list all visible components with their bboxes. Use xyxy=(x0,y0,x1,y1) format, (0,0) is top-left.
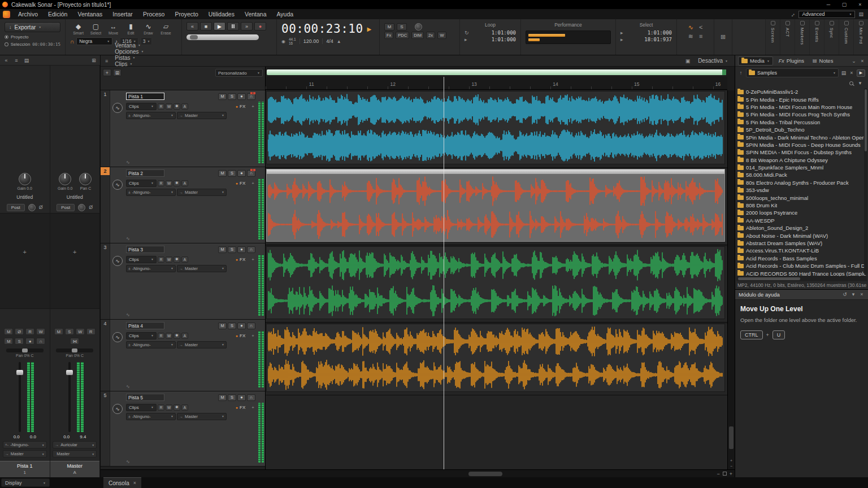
solo-button[interactable]: S xyxy=(228,170,236,177)
menu-proyecto[interactable]: Proyecto xyxy=(170,11,203,18)
track-name-field[interactable]: Pista 1 xyxy=(126,93,164,100)
pan-slider[interactable] xyxy=(6,348,44,352)
mix-indicator-icon[interactable]: ▣ xyxy=(684,58,692,64)
sample-rate-display[interactable]: 44.1 16 xyxy=(289,37,296,45)
menu-proceso[interactable]: Proceso xyxy=(138,11,170,18)
add-fx-button[interactable]: + xyxy=(251,104,254,109)
gain-knob[interactable] xyxy=(59,173,71,185)
pause-button[interactable] xyxy=(227,22,239,30)
scrollbar-thumb[interactable] xyxy=(738,277,800,280)
horizontal-scrollbar[interactable]: − + xyxy=(101,469,735,477)
strip-button-⋈[interactable]: ⋈ xyxy=(70,338,79,345)
stop-button[interactable]: ■ xyxy=(200,22,212,30)
audio-clip[interactable] xyxy=(266,91,725,164)
close-browser-icon[interactable]: × xyxy=(860,58,865,64)
select-thru[interactable]: 18:01:937 xyxy=(644,37,672,42)
output-selector[interactable]: →Master▼ xyxy=(3,450,47,457)
folder-item[interactable]: Abstract Dream Samples (WAV) xyxy=(735,239,868,247)
position-slider[interactable] xyxy=(186,34,259,40)
strip-button-M[interactable]: M xyxy=(4,338,13,345)
automation-R-button[interactable]: R xyxy=(158,180,164,186)
automation-R-button[interactable]: R xyxy=(158,256,164,263)
folder-item[interactable]: 80s Electro Analog Synths - Producer Pac… xyxy=(735,179,868,186)
lanes-icon[interactable]: ≡ xyxy=(699,33,702,40)
track-lane[interactable] xyxy=(266,395,727,469)
fader-handle[interactable] xyxy=(16,370,23,375)
tab-consola[interactable]: Consola × xyxy=(103,477,141,488)
fx-power-icon[interactable]: ● xyxy=(236,406,238,409)
automation-✱-button[interactable]: ✱ xyxy=(173,256,180,263)
strip-button-Ø[interactable]: Ø xyxy=(15,328,24,335)
scrollbar-thumb[interactable] xyxy=(729,426,734,449)
automation-W-button[interactable]: W xyxy=(166,103,172,110)
track-header[interactable]: 4∿Pista 4MS●∩Clips▼RW✱A●FX+±-Ninguno-▼→M… xyxy=(101,320,265,391)
track-header[interactable]: 2∿Pista 2MS●∩Clips▼RW✱A●FX+±-Ninguno-▼→M… xyxy=(101,167,265,243)
module-tab-act[interactable]: ACT xyxy=(780,19,795,55)
automation-R-button[interactable]: R xyxy=(158,404,164,411)
browser-tab-media[interactable]: Media▼ xyxy=(738,56,773,66)
track-name-field[interactable]: Pista 5 xyxy=(126,394,164,401)
track-lane[interactable] xyxy=(266,91,727,168)
prochannel-add-button[interactable]: + xyxy=(73,249,76,255)
folder-item[interactable]: Access.Virus.TI.KONTAKT-LiB xyxy=(735,247,868,254)
folder-item[interactable]: About Noise - Dark Minimal (WAV) xyxy=(735,232,868,239)
mix-2x-button[interactable]: 2x xyxy=(426,32,435,39)
zoom-out-vertical-icon[interactable]: − xyxy=(730,464,732,468)
pan-slider[interactable] xyxy=(56,348,93,352)
edit-filter-icon[interactable]: ∿ xyxy=(126,459,130,464)
record-arm-button[interactable]: ● xyxy=(237,394,246,401)
edit-filter-icon[interactable]: ∿ xyxy=(126,160,130,165)
module-tab-screen[interactable]: Screen xyxy=(765,19,780,55)
automation-R-button[interactable]: R xyxy=(158,333,164,339)
audio-engine-icon[interactable]: ◉ xyxy=(281,39,285,44)
fx-power-icon[interactable]: ● xyxy=(236,334,238,338)
tool-draw[interactable]: ∿Draw xyxy=(140,22,157,36)
strip-button-W[interactable]: W xyxy=(36,328,45,335)
module-tab-sync[interactable]: Sync xyxy=(824,19,839,55)
mix-pdc-button[interactable]: PDC xyxy=(396,32,409,39)
duplicate-track-button[interactable]: ⊞ xyxy=(113,69,121,76)
record-button[interactable]: ● xyxy=(254,22,266,30)
automation-A-button[interactable]: A xyxy=(181,103,188,110)
folder-item[interactable]: 5Pin Media - Dark Minimal Techno - Ablet… xyxy=(735,133,868,141)
edit-filter-icon[interactable]: ∿ xyxy=(126,384,130,389)
automation-W-button[interactable]: W xyxy=(166,404,172,411)
browser-hscrollbar[interactable] xyxy=(736,276,867,281)
post-fader-button[interactable]: Post xyxy=(7,204,25,211)
output-selector[interactable]: Master▼ xyxy=(53,450,97,457)
strip-button-S[interactable]: S xyxy=(65,328,74,335)
add-module-icon[interactable]: ⊞ xyxy=(721,33,726,41)
mute-button[interactable]: M xyxy=(218,394,227,401)
mute-button[interactable]: M xyxy=(218,93,227,100)
strip-button-M[interactable]: M xyxy=(4,328,13,335)
tool-select[interactable]: ▢Select xyxy=(88,22,104,36)
folder-item[interactable]: 8 Bit Weapon A Chiptune Odyssey xyxy=(735,156,868,164)
select-from[interactable]: 1:01:000 xyxy=(648,30,672,36)
menu-edición[interactable]: Edición xyxy=(43,11,72,18)
zoom-in-icon[interactable]: + xyxy=(730,471,732,477)
add-fx-button[interactable]: + xyxy=(251,333,254,338)
edit-filter-icon[interactable]: ∿ xyxy=(126,236,130,241)
module-tab-mix-prd[interactable]: Mix Prd xyxy=(853,19,868,55)
gain-knob[interactable] xyxy=(79,173,92,185)
angle-icon[interactable]: < xyxy=(699,24,702,31)
audio-clip[interactable] xyxy=(266,246,725,319)
snap-duration-select[interactable]: Negra ▼ xyxy=(76,37,112,45)
folder-item[interactable]: 5 Pin Media - Tribal Percussion xyxy=(735,119,868,126)
fx-power-icon[interactable]: ● xyxy=(236,181,238,185)
input-echo-button[interactable]: ∩ xyxy=(247,246,255,253)
mix-m-button[interactable]: M xyxy=(384,23,394,30)
preview-play-icon[interactable]: ▶ xyxy=(857,69,865,77)
tempo-display[interactable]: 120.00 xyxy=(303,38,319,44)
location-dropdown[interactable]: Samples ▼ xyxy=(746,68,839,77)
clips-dropdown[interactable]: Clips▼ xyxy=(126,332,157,339)
tool-move[interactable]: ↔Move xyxy=(105,22,121,36)
output-selector[interactable]: →Auricular▼ xyxy=(53,441,97,448)
module-tab-events[interactable]: Events xyxy=(809,19,824,55)
browser-tab-notes[interactable]: ▤Notes xyxy=(810,56,836,66)
input-selector[interactable]: ±-Ninguno-▼ xyxy=(126,413,176,420)
mute-button[interactable]: M xyxy=(218,323,227,329)
folder-item[interactable]: 500loops_techno_minimal xyxy=(735,194,868,201)
track-name-field[interactable]: Pista 4 xyxy=(126,322,164,329)
track-control-preset[interactable]: Personalizado ▼ xyxy=(215,69,263,77)
